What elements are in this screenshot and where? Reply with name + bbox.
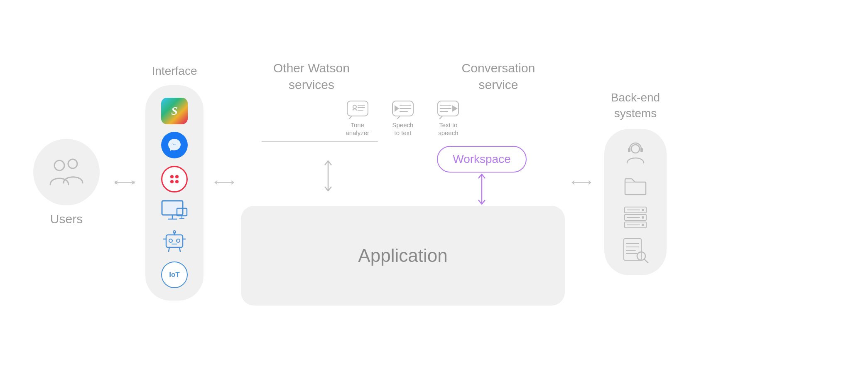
users-circle — [33, 139, 100, 205]
svg-point-18 — [177, 239, 180, 242]
svg-point-43 — [631, 145, 640, 153]
svg-point-21 — [173, 231, 176, 233]
svg-point-8 — [175, 180, 179, 183]
text-to-speech-label: Text tospeech — [438, 121, 458, 137]
svg-point-0 — [54, 160, 64, 170]
other-watson-label: Other Watsonservices — [249, 60, 374, 94]
svg-point-50 — [642, 216, 644, 219]
users-icon — [48, 155, 85, 189]
backend-label: Back-endsystems — [611, 90, 660, 121]
svg-point-5 — [170, 175, 174, 178]
watson-services-row: Tone analyzer Speechto text — [341, 98, 465, 137]
arrow-interface-middle — [208, 176, 241, 189]
conversation-region: Workspace — [424, 146, 540, 206]
speech-to-text-item: Speechto text — [386, 98, 419, 137]
svg-rect-45 — [640, 148, 643, 152]
twilio-app-icon — [161, 166, 188, 192]
backend-pill — [604, 129, 667, 275]
workspace-badge: Workspace — [437, 146, 527, 173]
svg-point-28 — [353, 105, 356, 109]
agent-backend-icon — [623, 141, 648, 166]
tone-analyzer-item: Tone analyzer — [341, 98, 374, 137]
application-box: Application — [241, 206, 565, 306]
slack-app-icon: S — [161, 98, 188, 124]
svg-point-6 — [175, 175, 179, 178]
interface-label: Interface — [152, 64, 197, 78]
backend-section: Back-endsystems — [598, 90, 673, 275]
messenger-app-icon — [161, 132, 188, 158]
iot-app-icon: IoT — [161, 261, 188, 288]
svg-point-17 — [169, 239, 172, 242]
text-to-speech-item: Text tospeech — [432, 98, 465, 137]
arrow-users-interface — [108, 176, 141, 189]
text-to-speech-icon — [436, 98, 460, 119]
interface-section: Interface S — [141, 64, 208, 301]
svg-line-24 — [169, 247, 169, 252]
divider-line — [262, 141, 378, 142]
svg-rect-16 — [166, 235, 183, 247]
tone-analyzer-label: Tone analyzer — [341, 121, 374, 137]
svg-point-49 — [642, 209, 644, 211]
database-backend-icon — [623, 205, 648, 229]
svg-line-61 — [644, 259, 648, 263]
arrow-middle-backend — [565, 176, 598, 189]
diagram: Users Interface S — [0, 0, 868, 365]
workspace-purple-arrow — [473, 173, 490, 206]
folder-backend-icon — [623, 175, 647, 196]
watson-arrow-region — [266, 159, 390, 192]
users-section: Users — [25, 139, 108, 226]
speech-to-text-icon — [391, 98, 415, 119]
watson-vertical-arrow — [320, 159, 336, 192]
svg-rect-44 — [628, 148, 630, 152]
desktop-app-icon — [161, 200, 188, 222]
svg-rect-27 — [347, 101, 368, 116]
svg-rect-55 — [624, 239, 641, 260]
svg-point-7 — [170, 180, 174, 183]
interface-pill: S — [145, 85, 204, 301]
conversation-service-label: Conversationservice — [440, 60, 557, 94]
center-region: Other Watsonservices Conversationservice… — [241, 60, 565, 306]
svg-point-1 — [68, 159, 77, 168]
search-backend-icon — [622, 238, 649, 263]
svg-line-25 — [179, 247, 180, 252]
svg-point-51 — [642, 224, 644, 226]
users-label: Users — [50, 212, 83, 226]
robot-app-icon — [161, 230, 188, 254]
speech-to-text-label: Speechto text — [392, 121, 414, 137]
tone-analyzer-icon — [346, 98, 370, 119]
